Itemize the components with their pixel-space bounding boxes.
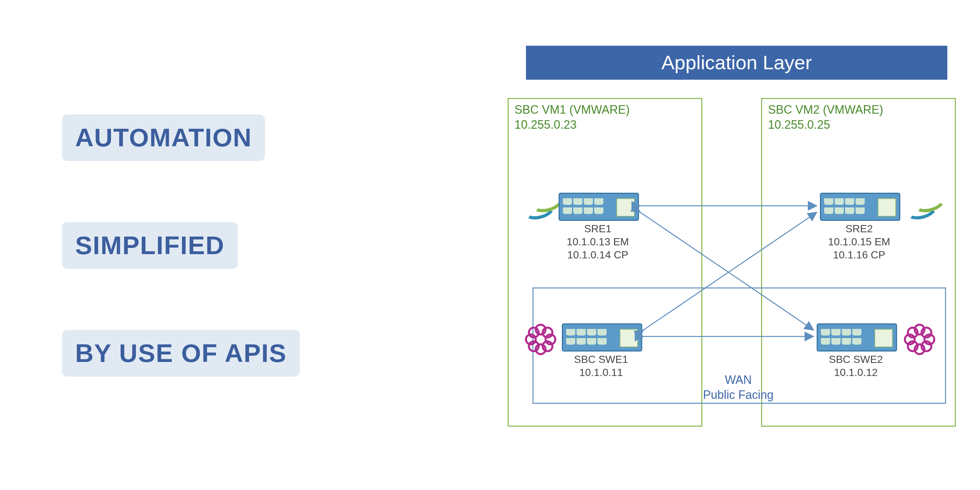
vm1-title: SBC VM1 (VMWARE) — [514, 103, 630, 116]
swe1-ip: 10.1.0.11 — [579, 366, 623, 378]
swe2-device — [817, 323, 897, 352]
banner-application-layer: Application Layer — [526, 46, 947, 80]
network-diagram: Application Layer SBC VM1 (VMWARE) 10.25… — [503, 46, 960, 447]
sre1-cp: 10.1.0.14 CP — [568, 249, 628, 261]
swe1-device — [562, 323, 642, 352]
swoosh-icon — [905, 189, 941, 219]
vm1-label: SBC VM1 (VMWARE) 10.255.0.23 — [514, 102, 630, 132]
sre1-name: SRE1 — [584, 223, 611, 235]
sre1-device — [558, 193, 639, 221]
vm2-ip: 10.255.0.25 — [768, 118, 830, 131]
wan-line1: WAN — [725, 373, 752, 387]
wan-label: WAN Public Facing — [686, 372, 791, 402]
sre1-label: SRE1 10.1.0.13 EM 10.1.0.14 CP — [558, 222, 637, 261]
ring-icon — [904, 323, 934, 353]
sre2-name: SRE2 — [845, 223, 873, 235]
ring-icon — [525, 323, 555, 353]
vm2-title: SBC VM2 (VMWARE) — [768, 103, 883, 116]
wan-line2: Public Facing — [703, 388, 773, 401]
sre1-em: 10.1.0.13 EM — [567, 236, 629, 248]
sre2-device — [820, 193, 900, 221]
sre2-cp: 10.1.16 CP — [833, 249, 885, 261]
swoosh-icon — [523, 189, 558, 219]
swe2-ip: 10.1.0.12 — [834, 366, 877, 378]
tag-automation: AUTOMATION — [62, 115, 265, 161]
vm2-label: SBC VM2 (VMWARE) 10.255.0.25 — [768, 102, 883, 132]
tag-apis: BY USE OF APIS — [62, 330, 300, 377]
vm1-ip: 10.255.0.23 — [514, 118, 577, 131]
swe2-name: SBC SWE2 — [829, 353, 883, 365]
sre2-label: SRE2 10.1.0.15 EM 10.1.16 CP — [820, 222, 898, 261]
swe1-label: SBC SWE1 10.1.0.11 — [562, 353, 640, 379]
sre2-em: 10.1.0.15 EM — [828, 236, 890, 248]
swe2-label: SBC SWE2 10.1.0.12 — [817, 353, 895, 379]
tag-simplified: SIMPLIFIED — [62, 222, 238, 269]
swe1-name: SBC SWE1 — [574, 353, 628, 365]
